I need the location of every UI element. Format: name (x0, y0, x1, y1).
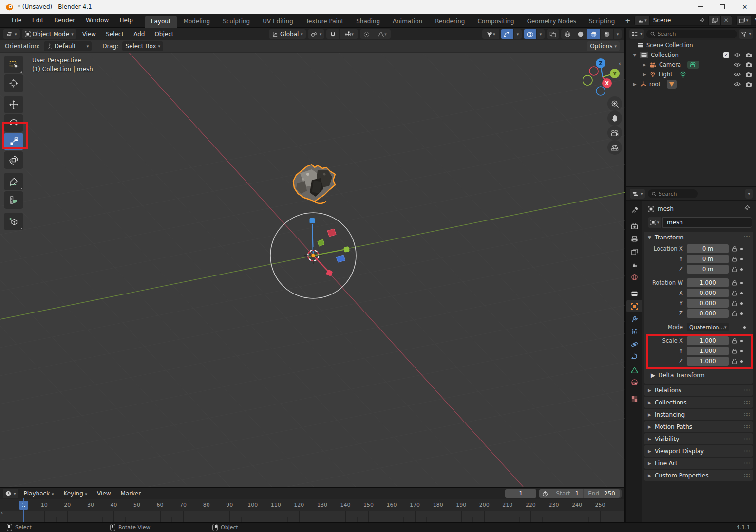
workspace-tab[interactable]: Sculpting (216, 16, 256, 28)
outliner-filter[interactable]: ▾ (739, 29, 753, 39)
menu-item[interactable]: File (7, 15, 26, 26)
tab-world[interactable] (626, 271, 642, 283)
viewlayer-name[interactable]: ViewLayer (751, 16, 756, 25)
maximize-button[interactable] (711, 0, 734, 14)
value-field[interactable]: 0 m (687, 244, 729, 253)
shading-dropdown[interactable]: ▾ (614, 29, 622, 39)
panel-header[interactable]: ▶ Instancing ∷∷ (644, 409, 753, 420)
lock-icon[interactable] (732, 290, 737, 296)
outliner-search[interactable] (646, 30, 737, 38)
object-name-field[interactable]: mesh (662, 217, 752, 228)
workspace-tab[interactable]: Modeling (177, 16, 217, 28)
tool-button-measure[interactable] (4, 191, 23, 209)
axis-z-neg-ball[interactable] (596, 87, 605, 95)
properties-editor-type[interactable]: ▾ (630, 189, 645, 199)
scene-name[interactable]: Scene (650, 16, 708, 25)
tab-object-data[interactable] (626, 363, 642, 376)
options-dropdown[interactable]: Options ▾ (587, 41, 620, 51)
tab-collection[interactable] (626, 287, 642, 300)
start-frame-field[interactable]: Start 1 (551, 489, 584, 498)
scale-y-handle[interactable] (343, 246, 350, 253)
lock-icon[interactable] (732, 358, 737, 364)
tab-physics[interactable] (626, 338, 642, 350)
animate-dot-icon[interactable] (740, 350, 743, 352)
shading-wireframe-button[interactable] (561, 29, 574, 39)
tab-texture[interactable] (626, 392, 642, 405)
outliner-display-mode[interactable]: ▾ (629, 29, 644, 39)
panel-header[interactable]: ▶ Relations ∷∷ (644, 385, 753, 396)
drag-handle-icon[interactable]: ∷∷ (744, 387, 749, 393)
properties-search-input[interactable] (659, 191, 694, 197)
pin-id-icon[interactable] (744, 205, 750, 213)
editor-type-button[interactable]: ▾ (3, 29, 20, 39)
expand-chevron-icon[interactable]: ▶ (642, 62, 647, 67)
disable-render-camera-icon[interactable] (745, 72, 752, 77)
pan-hand-button[interactable] (607, 111, 622, 126)
outliner-row-root[interactable]: ▶ root (626, 79, 756, 89)
menu-view[interactable]: View (78, 29, 100, 39)
outliner-row-light[interactable]: ▶ Light (626, 70, 756, 79)
scale-x-axis[interactable] (313, 256, 329, 272)
scale-plane-z-handle[interactable] (336, 255, 345, 262)
zoom-button[interactable] (607, 96, 622, 111)
tool-button-cursor[interactable] (4, 74, 23, 92)
unlink-scene-button[interactable]: ✕ (720, 16, 732, 25)
use-preview-range-icon[interactable] (539, 489, 551, 498)
disable-render-camera-icon[interactable] (745, 81, 752, 87)
tool-button-select-box[interactable] (4, 56, 23, 73)
drag-handle-icon[interactable]: ∷∷ (744, 424, 749, 429)
animate-dot-icon[interactable] (740, 248, 743, 250)
animate-dot-icon[interactable] (740, 302, 743, 305)
orientation-dropdown[interactable]: Default ▾ (44, 41, 92, 51)
animate-dot-icon[interactable] (740, 258, 743, 260)
panel-header[interactable]: ▶ Motion Paths ∷∷ (644, 421, 753, 432)
mode-selector[interactable]: Object Mode ▾ (22, 29, 76, 39)
animate-dot-icon[interactable] (740, 312, 743, 315)
drag-handle-icon[interactable]: ∷∷ (744, 436, 749, 441)
scale-z-handle[interactable] (310, 218, 315, 223)
menu-view[interactable]: View (93, 489, 114, 498)
transform-panel-header[interactable]: ▼ Transform ∷∷ (644, 232, 753, 243)
shading-material-button[interactable] (587, 29, 600, 39)
menu-item[interactable]: Render (49, 15, 80, 26)
workspace-tab[interactable]: Layout (145, 16, 177, 28)
show-overlays-toggle[interactable] (524, 29, 536, 39)
menu-add[interactable]: Add (130, 29, 149, 39)
close-button[interactable]: ✕ (734, 0, 756, 14)
breadcrumb-object-name[interactable]: mesh (658, 205, 674, 212)
value-field[interactable]: 1.000 (687, 278, 729, 287)
shading-solid-button[interactable] (574, 29, 587, 39)
workspace-tab[interactable]: Rendering (429, 16, 471, 28)
menu-item[interactable]: Edit (27, 15, 48, 26)
mesh-object[interactable] (293, 165, 335, 203)
hide-eye-icon[interactable] (734, 72, 741, 77)
light-data-badge-icon[interactable] (680, 71, 686, 78)
add-workspace-button[interactable]: + (621, 15, 634, 26)
tool-button-transform[interactable] (4, 151, 23, 169)
value-field[interactable]: 1.000 (687, 336, 729, 345)
lock-icon[interactable] (732, 280, 737, 286)
tool-button-move[interactable] (4, 96, 23, 113)
workspace-tab[interactable]: Compositing (471, 16, 520, 28)
perspective-toggle-button[interactable] (607, 140, 622, 155)
lock-icon[interactable] (732, 300, 737, 306)
pivot-point-selector[interactable]: ▾ (308, 29, 325, 39)
timeline-editor-type[interactable]: ▾ (3, 489, 18, 498)
value-field[interactable]: 1.000 (687, 357, 729, 366)
workspace-tab[interactable]: UV Editing (256, 16, 300, 28)
value-field[interactable]: 0.000 (687, 299, 729, 308)
proportional-editing-toggle[interactable] (360, 29, 373, 39)
lock-icon[interactable] (732, 338, 737, 344)
workspace-tab[interactable]: Animation (386, 16, 429, 28)
hide-eye-icon[interactable] (734, 62, 741, 67)
browse-scene-button[interactable]: ▾ (635, 16, 650, 25)
disable-render-camera-icon[interactable] (745, 52, 752, 58)
end-frame-field[interactable]: End 250 (584, 489, 620, 498)
tab-tool[interactable] (626, 203, 642, 216)
tab-modifiers[interactable] (626, 312, 642, 325)
panel-header[interactable]: ▶ Line Art ∷∷ (644, 458, 753, 469)
menu-playback[interactable]: Playback ▾ (20, 489, 58, 498)
tab-material[interactable] (626, 376, 642, 388)
properties-search[interactable] (648, 189, 698, 198)
tab-constraints[interactable] (626, 350, 642, 363)
